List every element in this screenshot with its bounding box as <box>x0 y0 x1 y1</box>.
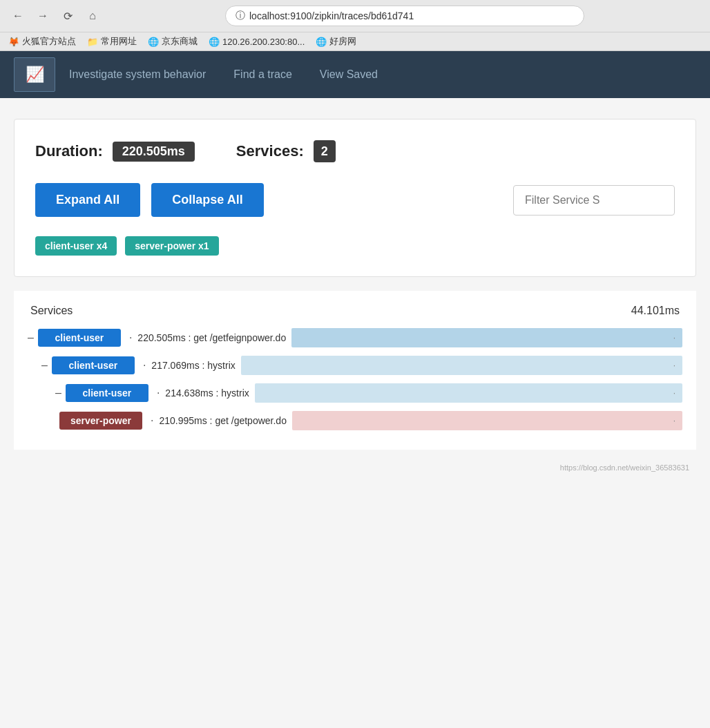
action-row: Expand All Collapse All <box>35 183 675 217</box>
service-badge-4[interactable]: server-power <box>59 412 142 430</box>
bookmark-label-ip: 120.26.200.230:80... <box>222 37 305 47</box>
browser-chrome: ← → ⟳ ⌂ ⓘ localhost:9100/zipkin/traces/b… <box>0 0 710 51</box>
trace-bar-1: · <box>291 328 682 347</box>
timeline-duration-label: 44.101ms <box>631 305 680 317</box>
forward-button[interactable]: → <box>33 6 52 26</box>
service-badge-3[interactable]: client-user <box>66 384 148 402</box>
bookmark-icon-firefox: 🦊 <box>8 37 19 47</box>
timeline-header: Services 44.101ms <box>28 305 682 317</box>
trace-dash-1: – <box>28 332 34 344</box>
nav-view-saved[interactable]: View Saved <box>320 68 378 81</box>
app-nav: Investigate system behavior Find a trace… <box>69 68 696 81</box>
logo-icon: 📈 <box>26 66 44 84</box>
service-tag-server-power[interactable]: server-power x1 <box>125 236 218 256</box>
trace-indent-2: – client-user <box>41 356 135 374</box>
bookmark-firefox[interactable]: 🦊 火狐官方站点 <box>8 35 76 48</box>
table-row: – client-user · 220.505ms : get /getfeig… <box>28 325 682 350</box>
duration-label: Duration: <box>35 142 103 160</box>
trace-bar-container-4: · 210.995ms : get /getpower.do · <box>151 411 682 430</box>
bar-dot-2: · <box>673 361 675 370</box>
bar-dot-1: · <box>673 333 675 343</box>
bookmark-icon-jd: 🌐 <box>148 37 159 47</box>
expand-all-button[interactable]: Expand All <box>35 183 140 217</box>
bar-dot-4: · <box>673 416 675 425</box>
nav-find-trace[interactable]: Find a trace <box>233 68 291 81</box>
reload-button[interactable]: ⟳ <box>58 6 77 26</box>
service-badge-1[interactable]: client-user <box>38 329 121 347</box>
trace-indent-1: – client-user <box>28 329 121 347</box>
trace-dot-3: · <box>157 387 160 399</box>
app-header: 📈 Investigate system behavior Find a tra… <box>0 51 710 98</box>
back-button[interactable]: ← <box>8 6 28 26</box>
bookmark-label-firefox: 火狐官方站点 <box>22 35 76 48</box>
bar-dot-3: · <box>673 388 675 398</box>
bookmark-ip[interactable]: 🌐 120.26.200.230:80... <box>209 37 305 47</box>
trace-info-3: 214.638ms : hystrix <box>165 387 249 399</box>
trace-indent-4: server-power <box>55 412 142 430</box>
service-badge-2[interactable]: client-user <box>52 356 135 374</box>
bookmark-icon-hfw: 🌐 <box>316 37 327 47</box>
bookmark-label-common: 常用网址 <box>101 35 137 48</box>
info-icon: ⓘ <box>236 10 245 22</box>
services-section: Services: 2 <box>236 140 336 162</box>
bookmark-common[interactable]: 📁 常用网址 <box>87 35 137 48</box>
duration-section: Duration: 220.505ms <box>35 142 195 162</box>
bookmark-hfw[interactable]: 🌐 好房网 <box>316 35 356 48</box>
bookmark-icon-common: 📁 <box>87 37 98 47</box>
bookmark-label-hfw: 好房网 <box>329 35 356 48</box>
table-row: – client-user · 217.069ms : hystrix · <box>28 353 682 378</box>
services-label: Services: <box>236 142 304 160</box>
address-bar[interactable]: ⓘ localhost:9100/zipkin/traces/bd61d741 <box>225 6 584 26</box>
bookmarks-bar: 🦊 火狐官方站点 📁 常用网址 🌐 京东商城 🌐 120.26.200.230:… <box>0 32 710 50</box>
bookmark-label-jd: 京东商城 <box>162 35 198 48</box>
bookmark-jd[interactable]: 🌐 京东商城 <box>148 35 198 48</box>
app-logo[interactable]: 📈 <box>14 57 55 92</box>
home-button[interactable]: ⌂ <box>83 6 102 26</box>
trace-info-2: 217.069ms : hystrix <box>151 360 235 371</box>
timeline-services-label: Services <box>30 305 73 317</box>
trace-bar-4: · <box>292 411 682 430</box>
trace-dash-2: – <box>41 359 48 372</box>
trace-bar-container-2: · 217.069ms : hystrix · <box>143 356 682 375</box>
trace-dot-2: · <box>143 359 146 372</box>
trace-info-4: 210.995ms : get /getpower.do <box>159 415 286 426</box>
trace-bar-2: · <box>241 356 682 375</box>
trace-bar-3: · <box>255 383 682 403</box>
table-row: server-power · 210.995ms : get /getpower… <box>28 408 682 433</box>
trace-bar-container-3: · 214.638ms : hystrix · <box>157 383 682 403</box>
nav-investigate[interactable]: Investigate system behavior <box>69 68 206 81</box>
footer-url: https://blog.csdn.net/weixin_36583631 <box>560 463 689 472</box>
trace-info-1: 220.505ms : get /getfeignpower.do <box>137 332 286 343</box>
trace-indent-3: – client-user <box>55 384 148 402</box>
trace-dash-3: – <box>55 387 61 399</box>
trace-dot-1: · <box>129 332 132 344</box>
browser-toolbar: ← → ⟳ ⌂ ⓘ localhost:9100/zipkin/traces/b… <box>0 0 710 32</box>
bookmark-icon-ip: 🌐 <box>209 37 220 47</box>
main-content: Duration: 220.505ms Services: 2 Expand A… <box>0 98 710 495</box>
trace-bar-container-1: · 220.505ms : get /getfeignpower.do · <box>129 328 682 347</box>
trace-timeline: Services 44.101ms – client-user · 220.50… <box>14 291 696 450</box>
collapse-all-button[interactable]: Collapse All <box>151 183 263 217</box>
footer-note: https://blog.csdn.net/weixin_36583631 <box>14 450 696 475</box>
service-tags: client-user x4 server-power x1 <box>35 236 675 256</box>
services-count-badge: 2 <box>314 140 336 162</box>
trace-card: Duration: 220.505ms Services: 2 Expand A… <box>14 119 696 277</box>
trace-dot-4: · <box>151 414 153 427</box>
service-tag-client-user[interactable]: client-user x4 <box>35 236 117 256</box>
duration-badge: 220.505ms <box>113 142 195 162</box>
trace-header: Duration: 220.505ms Services: 2 <box>35 140 675 162</box>
filter-service-input[interactable] <box>513 185 675 215</box>
address-text: localhost:9100/zipkin/traces/bd61d741 <box>249 10 414 21</box>
table-row: – client-user · 214.638ms : hystrix · <box>28 381 682 405</box>
